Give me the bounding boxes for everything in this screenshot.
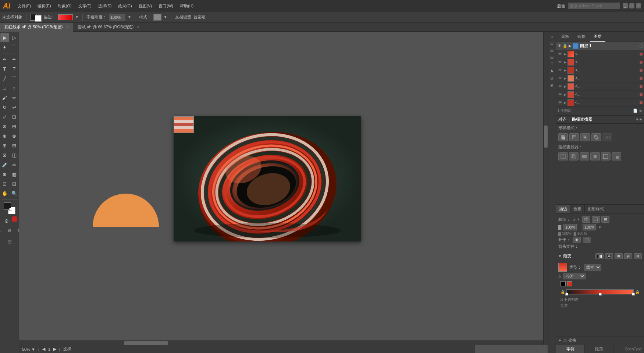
tab-rainbow[interactable]: 彩虹线条.ai* @ 50% (RGB/预览) × — [0, 23, 73, 32]
draw-inside[interactable]: ⊟ — [5, 226, 14, 235]
stop-swatch-black[interactable] — [561, 281, 566, 286]
reverse-btn[interactable]: ⇌ — [624, 253, 632, 259]
layer-item-5[interactable]: 👁 ▶ <... — [556, 82, 644, 91]
stroke-color-swatch[interactable] — [58, 14, 73, 20]
open-toggle-2[interactable]: ▢ — [583, 237, 591, 243]
selection-tool[interactable]: ▶ — [0, 33, 9, 42]
exclude-btn[interactable] — [591, 133, 601, 141]
live-paint-bucket[interactable]: ⊗ — [10, 131, 19, 140]
tab-links[interactable]: 链接 — [574, 32, 589, 42]
unite-btn[interactable] — [558, 133, 568, 141]
color-fill[interactable] — [12, 216, 17, 222]
zoom-dropdown[interactable]: ▼ — [31, 347, 35, 352]
style-dropdown[interactable]: ▼ — [164, 15, 167, 19]
scale-tool[interactable]: ⤢ — [0, 112, 9, 121]
layer-item-6[interactable]: 👁 ▶ <... — [556, 91, 644, 99]
minus-front-btn[interactable] — [569, 133, 579, 141]
stroke-dropdown-icon[interactable]: ▼ — [75, 15, 79, 19]
layer-eye-6[interactable]: 👁 — [558, 92, 563, 96]
scale-input-2[interactable] — [583, 224, 596, 230]
layer-visibility-eye[interactable]: 👁 — [558, 44, 561, 48]
menu-file[interactable]: 文件(F) — [15, 2, 34, 10]
new-layer-icon[interactable]: 📄 — [633, 109, 637, 113]
minus-back-btn[interactable] — [612, 152, 621, 160]
layer-expand-3[interactable]: ▶ — [564, 68, 566, 72]
add-anchor-tool[interactable]: ✒ — [10, 55, 19, 64]
weight-up[interactable]: ▲ — [573, 218, 576, 221]
reflect-tool[interactable]: ⇌ — [10, 103, 19, 112]
change-screen-mode[interactable]: ⊡ — [5, 237, 14, 246]
tab-panel[interactable]: 面板 — [558, 32, 573, 42]
perspective-selection-tool[interactable]: ⊟ — [10, 141, 19, 150]
layer-eye-7[interactable]: 👁 — [558, 100, 563, 105]
normal-mode[interactable]: □ — [0, 226, 4, 235]
align-inside-btn[interactable] — [592, 216, 600, 223]
magic-wand-tool[interactable]: ✦ — [0, 43, 9, 52]
eyedropper-tool[interactable]: 💉 — [0, 160, 9, 169]
arc-tool[interactable]: ⌒ — [10, 74, 19, 83]
touch-type-tool[interactable]: T — [10, 64, 19, 73]
scale-dropdown[interactable]: ▼ — [598, 225, 602, 229]
mesh-tool[interactable]: ⊠ — [0, 151, 9, 159]
shape-builder-tool[interactable]: ⊕ — [0, 131, 9, 140]
opacity-input[interactable] — [109, 14, 125, 21]
tab-layers[interactable]: 图层 — [590, 32, 605, 42]
stroke-tab-stroke[interactable]: 描边 — [556, 205, 570, 213]
artboard-tool[interactable]: ⊡ — [0, 179, 9, 188]
layer-expand-5[interactable]: ▶ — [564, 85, 566, 88]
layer-item-4[interactable]: 👁 ▶ <... — [556, 74, 644, 82]
stroke-tab-graphic[interactable]: 图形样式 — [585, 205, 607, 213]
page-nav-prev[interactable]: ◀ — [42, 347, 45, 352]
mini-tool-7[interactable]: ⊕ — [549, 75, 555, 81]
stock-search[interactable] — [568, 3, 620, 9]
zoom-tool[interactable]: 🔍 — [10, 189, 19, 198]
lasso-tool[interactable]: ⌒ — [10, 43, 19, 52]
layer-expand-icon[interactable]: ▶ — [569, 44, 571, 48]
divide-btn[interactable] — [558, 152, 568, 160]
v-scroll-thumb[interactable] — [544, 126, 548, 148]
rect-tool[interactable]: □ — [0, 84, 9, 92]
layer-item-1[interactable]: 👁 ▶ <... — [556, 50, 644, 58]
transform-collapse[interactable]: ▼ — [558, 339, 562, 342]
tab-try[interactable]: 尝试.ai* @ 66.67% (RGB/预览) × — [73, 23, 144, 32]
mini-tool-4[interactable]: ⊞ — [549, 54, 555, 60]
layer-item-7[interactable]: 👁 ▶ <... — [556, 99, 644, 107]
layer-expand-2[interactable]: ▶ — [564, 60, 566, 64]
none-fill[interactable]: ⊘ — [2, 216, 11, 225]
delete-layer-icon[interactable]: 🗑 — [639, 109, 643, 113]
minimize-button[interactable]: _ — [623, 3, 628, 8]
trim-btn[interactable] — [569, 152, 579, 160]
preferences-btn[interactable]: 首选项 — [193, 14, 206, 20]
shear-tool[interactable]: ⊡ — [10, 112, 19, 121]
gradient-collapse-icon[interactable]: ▼ — [558, 254, 562, 258]
pen-tool[interactable]: ✒ — [0, 55, 9, 64]
menu-window[interactable]: 窗口(W) — [156, 2, 176, 10]
h-scroll-thumb[interactable] — [124, 341, 168, 345]
menu-view[interactable]: 视图(V) — [136, 2, 155, 10]
perspective-grid-tool[interactable]: ⊞ — [0, 141, 9, 150]
radial-btn[interactable] — [605, 253, 613, 259]
pencil-tool[interactable]: ✏ — [10, 93, 19, 102]
layer-expand-6[interactable]: ▶ — [564, 93, 566, 96]
layer-eye-4[interactable]: 👁 — [558, 76, 563, 80]
merge-btn[interactable] — [580, 152, 589, 160]
brush-tool[interactable]: 🖌 — [0, 93, 9, 102]
mini-tool-8[interactable]: ⊗ — [549, 82, 555, 88]
intersect-btn[interactable] — [580, 133, 590, 141]
align-outside-btn[interactable] — [601, 216, 609, 223]
gradient-bar[interactable] — [566, 289, 634, 294]
draw-behind[interactable]: ⊞ — [15, 226, 19, 235]
expand-btn[interactable]: 展开 — [602, 133, 612, 141]
layer-item-2[interactable]: 👁 ▶ <... — [556, 58, 644, 66]
symbol-sprayer-tool[interactable]: ⊕ — [0, 170, 9, 179]
line-tool[interactable]: ╱ — [0, 74, 9, 83]
gradient-stop-50[interactable] — [599, 293, 602, 296]
type-tool[interactable]: T — [0, 64, 9, 73]
menu-help[interactable]: 帮助(H) — [177, 2, 196, 10]
panel-collapse[interactable]: ≡ — [636, 117, 638, 121]
swap-colors[interactable] — [9, 208, 12, 211]
layer-expand-7[interactable]: ▶ — [564, 101, 566, 105]
slice-tool[interactable]: ⊟ — [10, 179, 19, 188]
menu-select[interactable]: 选择(S) — [95, 2, 115, 10]
menu-text[interactable]: 文字(T) — [75, 2, 95, 10]
